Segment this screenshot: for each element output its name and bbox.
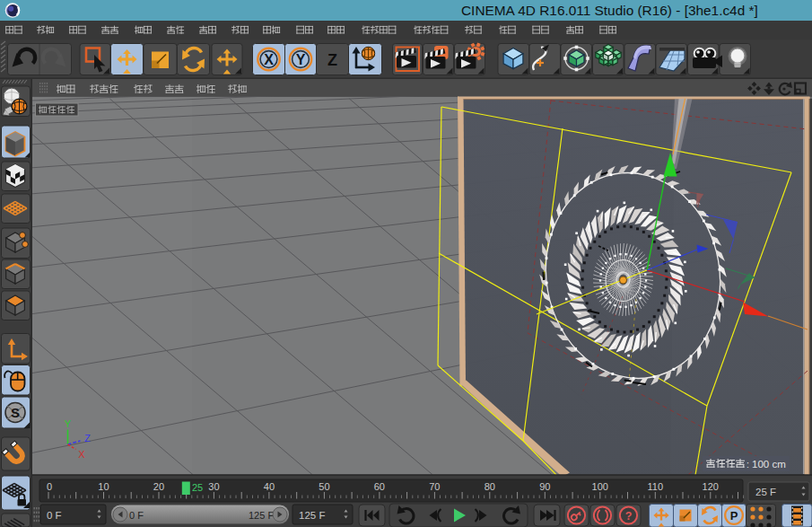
svg-text:25: 25 (192, 482, 203, 493)
svg-text:110: 110 (648, 481, 664, 492)
svg-text:X: X (264, 52, 274, 67)
svg-text:120: 120 (703, 481, 719, 492)
svg-text:60: 60 (374, 481, 385, 492)
svg-text:0 F: 0 F (47, 510, 62, 521)
svg-text:Z: Z (84, 433, 91, 444)
svg-text:S: S (11, 405, 20, 420)
svg-text:25 F: 25 F (755, 487, 776, 497)
svg-text:50: 50 (319, 481, 329, 492)
svg-text:125 F: 125 F (249, 510, 274, 521)
svg-text:0 F: 0 F (129, 510, 144, 521)
svg-text:10: 10 (98, 481, 109, 492)
svg-text:Z: Z (327, 51, 337, 69)
svg-text::: : (747, 459, 749, 470)
svg-text:?: ? (625, 510, 633, 523)
svg-text:40: 40 (264, 481, 275, 492)
svg-text:Y: Y (296, 52, 306, 67)
svg-text:90: 90 (539, 481, 550, 492)
svg-text:CINEMA 4D R16.011 Studio (R16): CINEMA 4D R16.011 Studio (R16) - [3he1.c… (461, 3, 758, 18)
svg-text:X: X (78, 449, 85, 460)
svg-text:70: 70 (429, 481, 440, 492)
svg-text:100: 100 (592, 481, 608, 492)
svg-text:P: P (730, 509, 738, 523)
svg-text:30: 30 (208, 481, 219, 492)
svg-text:0: 0 (47, 481, 52, 492)
svg-text:100 cm: 100 cm (752, 459, 786, 470)
svg-text:Y: Y (65, 418, 72, 429)
svg-text:80: 80 (485, 481, 495, 492)
svg-text:20: 20 (153, 481, 164, 492)
svg-text:125 F: 125 F (299, 510, 325, 521)
